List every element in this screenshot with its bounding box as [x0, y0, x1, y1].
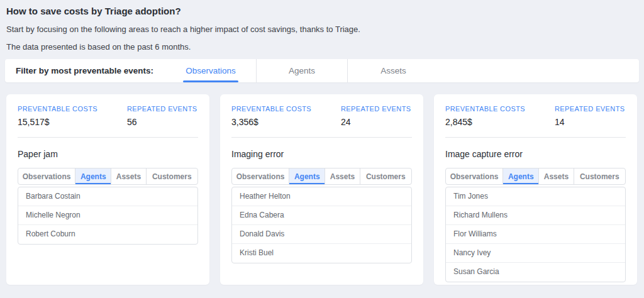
card-stats: PREVENTABLE COSTS 2,845$ REPEATED EVENTS… — [445, 105, 626, 127]
list-item[interactable]: Susan Garcia — [446, 263, 625, 282]
card-tab-customers[interactable]: Customers — [360, 168, 411, 184]
agents-list: Barbara Costain Michelle Negron Robert C… — [18, 187, 198, 245]
filter-tabs: Observations Agents Assets — [165, 59, 439, 82]
preventable-costs-stat: PREVENTABLE COSTS 15,517$ — [18, 105, 97, 127]
filter-label: Filter by most preventable events: — [16, 66, 153, 75]
page-header: How to save costs by Triage adoption? St… — [0, 0, 644, 52]
list-item[interactable]: Michelle Negron — [18, 206, 197, 225]
preventable-costs-value: 15,517$ — [18, 117, 97, 127]
repeated-events-value: 56 — [127, 117, 198, 127]
card-title: Paper jam — [18, 149, 198, 159]
preventable-costs-label: PREVENTABLE COSTS — [445, 105, 525, 113]
page-title: How to save costs by Triage adoption? — [6, 6, 638, 16]
list-item[interactable]: Robert Coburn — [18, 225, 197, 244]
preventable-costs-stat: PREVENTABLE COSTS 2,845$ — [445, 105, 525, 127]
filter-tab-agents[interactable]: Agents — [257, 59, 348, 82]
card-tab-agents[interactable]: Agents — [503, 168, 539, 184]
preventable-costs-stat: PREVENTABLE COSTS 3,356$ — [231, 105, 311, 127]
list-item[interactable]: Kristi Buel — [232, 244, 411, 263]
card-tab-customers[interactable]: Customers — [147, 168, 197, 184]
page-subtitle: Start by focusing on the following areas… — [6, 25, 638, 34]
card-image-capture-error: PREVENTABLE COSTS 2,845$ REPEATED EVENTS… — [434, 94, 637, 285]
list-item[interactable]: Richard Mullens — [446, 206, 625, 225]
card-title: Image capture error — [445, 149, 626, 159]
agents-list: Tim Jones Richard Mullens Flor Williams … — [445, 187, 626, 282]
card-tabs: Observations Agents Assets Customers — [445, 168, 626, 185]
preventable-costs-label: PREVENTABLE COSTS — [18, 105, 97, 113]
card-tab-assets[interactable]: Assets — [539, 168, 574, 184]
preventable-costs-value: 2,845$ — [445, 117, 525, 127]
repeated-events-label: REPEATED EVENTS — [555, 105, 626, 113]
repeated-events-stat: REPEATED EVENTS 24 — [341, 105, 412, 127]
card-stats: PREVENTABLE COSTS 15,517$ REPEATED EVENT… — [18, 105, 198, 127]
card-tab-observations[interactable]: Observations — [446, 168, 503, 184]
card-paper-jam: PREVENTABLE COSTS 15,517$ REPEATED EVENT… — [6, 94, 209, 285]
card-divider — [18, 137, 198, 138]
card-divider — [445, 137, 626, 138]
card-tab-customers[interactable]: Customers — [574, 168, 625, 184]
card-tab-agents[interactable]: Agents — [289, 168, 325, 184]
list-item[interactable]: Heather Helton — [232, 187, 411, 206]
repeated-events-stat: REPEATED EVENTS 14 — [555, 105, 626, 127]
repeated-events-label: REPEATED EVENTS — [341, 105, 412, 113]
filter-bar: Filter by most preventable events: Obser… — [5, 59, 639, 82]
card-tabs: Observations Agents Assets Customers — [18, 168, 198, 185]
card-imaging-error: PREVENTABLE COSTS 3,356$ REPEATED EVENTS… — [220, 94, 423, 285]
card-stats: PREVENTABLE COSTS 3,356$ REPEATED EVENTS… — [231, 105, 412, 127]
card-tab-agents[interactable]: Agents — [75, 168, 111, 184]
card-title: Imaging error — [231, 149, 412, 159]
list-item[interactable]: Nancy Ivey — [446, 244, 625, 263]
cards-row: PREVENTABLE COSTS 15,517$ REPEATED EVENT… — [6, 94, 638, 285]
repeated-events-value: 14 — [555, 117, 626, 127]
list-item[interactable]: Barbara Costain — [18, 187, 197, 206]
card-tab-assets[interactable]: Assets — [325, 168, 360, 184]
list-item[interactable]: Edna Cabera — [232, 206, 411, 225]
list-item[interactable]: Flor Williams — [446, 225, 625, 244]
filter-tab-observations[interactable]: Observations — [165, 59, 257, 82]
preventable-costs-value: 3,356$ — [231, 117, 311, 127]
repeated-events-stat: REPEATED EVENTS 56 — [127, 105, 198, 127]
list-item[interactable]: Tim Jones — [446, 187, 625, 206]
preventable-costs-label: PREVENTABLE COSTS — [231, 105, 311, 113]
card-divider — [231, 137, 412, 138]
repeated-events-label: REPEATED EVENTS — [127, 105, 198, 113]
filter-tab-assets[interactable]: Assets — [348, 59, 439, 82]
card-tab-observations[interactable]: Observations — [232, 168, 289, 184]
card-tab-observations[interactable]: Observations — [18, 168, 75, 184]
repeated-events-value: 24 — [341, 117, 412, 127]
list-item[interactable]: Donald Davis — [232, 225, 411, 244]
page-subtitle-2: The data presented is based on the past … — [6, 42, 638, 52]
card-tab-assets[interactable]: Assets — [111, 168, 146, 184]
card-tabs: Observations Agents Assets Customers — [231, 168, 412, 185]
agents-list: Heather Helton Edna Cabera Donald Davis … — [231, 187, 412, 263]
